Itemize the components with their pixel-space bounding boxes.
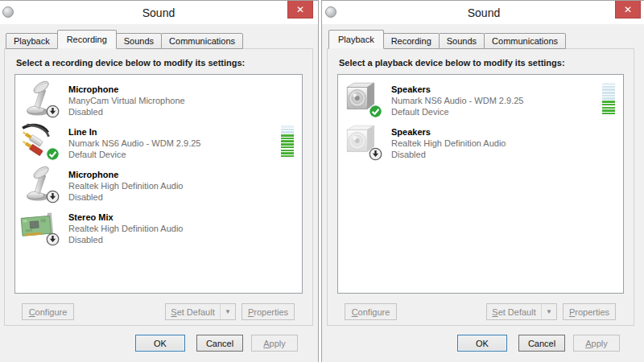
window-title: Sound — [0, 6, 318, 19]
device-list[interactable]: Microphone ManyCam Virtual Microphone Di… — [14, 74, 303, 294]
device-row-stereo-mix[interactable]: Stereo Mix Realtek High Definition Audio… — [20, 208, 302, 245]
device-description: Numark NS6 Audio - WDM 2.9.25 — [391, 95, 523, 106]
device-row-speakers-numark[interactable]: Speakers Numark NS6 Audio - WDM 2.9.25 D… — [343, 80, 623, 117]
disabled-badge-icon — [369, 147, 382, 161]
set-default-button[interactable]: Set Default — [165, 303, 220, 320]
speaker-icon — [343, 122, 380, 159]
default-device-check-icon — [46, 147, 60, 161]
tab-sounds[interactable]: Sounds — [116, 33, 162, 49]
titlebar[interactable]: Sound ✕ — [322, 1, 644, 24]
disabled-badge-icon — [46, 232, 60, 246]
device-description: Realtek High Definition Audio — [68, 223, 183, 234]
device-status: Disabled — [68, 234, 183, 245]
soundcard-icon — [20, 208, 57, 245]
configure-button[interactable]: Configure — [345, 303, 397, 320]
device-description: Realtek High Definition Audio — [68, 180, 183, 191]
set-default-dropdown-icon[interactable]: ▼ — [541, 303, 557, 320]
microphone-icon — [20, 165, 57, 202]
device-name: Microphone — [68, 169, 183, 180]
dialog-button-row: OK Cancel Apply — [322, 335, 620, 352]
close-icon[interactable]: ✕ — [287, 1, 313, 19]
configure-button[interactable]: Configure — [22, 303, 74, 320]
ok-button[interactable]: OK — [135, 335, 185, 352]
tab-sounds[interactable]: Sounds — [439, 33, 485, 49]
tab-communications[interactable]: Communications — [484, 33, 566, 49]
device-status: Default Device — [391, 106, 523, 117]
level-meter — [602, 83, 615, 116]
set-default-button[interactable]: Set Default — [486, 303, 541, 320]
default-device-check-icon — [369, 105, 382, 118]
tab-playback[interactable]: Playback — [328, 30, 384, 49]
close-icon[interactable]: ✕ — [615, 1, 641, 19]
device-name: Stereo Mix — [68, 212, 183, 223]
cancel-button[interactable]: Cancel — [196, 335, 243, 352]
device-row-microphone-realtek[interactable]: Microphone Realtek High Definition Audio… — [20, 165, 302, 202]
level-meter — [281, 125, 294, 158]
speaker-icon — [343, 80, 380, 117]
tab-recording[interactable]: Recording — [57, 30, 117, 49]
tab-recording[interactable]: Recording — [383, 33, 440, 49]
recording-tab-page: Select a recording device below to modif… — [4, 48, 313, 326]
sound-app-icon — [325, 6, 336, 18]
device-button-row: Configure Set Default ▼ Properties — [337, 303, 624, 320]
microphone-icon — [20, 80, 57, 117]
apply-button[interactable]: Apply — [573, 335, 620, 352]
set-default-split-button: Set Default ▼ — [486, 303, 557, 320]
cancel-button[interactable]: Cancel — [518, 335, 565, 352]
disabled-badge-icon — [46, 190, 60, 204]
device-name: Microphone — [68, 84, 185, 95]
device-list[interactable]: Speakers Numark NS6 Audio - WDM 2.9.25 D… — [337, 74, 624, 294]
properties-button[interactable]: Properties — [563, 303, 616, 320]
device-name: Speakers — [391, 126, 506, 138]
ok-button[interactable]: OK — [457, 335, 507, 352]
device-name: Speakers — [391, 84, 523, 95]
device-row-speakers-realtek[interactable]: Speakers Realtek High Definition Audio D… — [343, 122, 623, 159]
device-status: Disabled — [68, 106, 185, 117]
tab-strip: Playback Recording Sounds Communications — [322, 24, 644, 49]
device-name: Line In — [68, 126, 200, 138]
device-button-row: Configure Set Default ▼ Properties — [14, 303, 303, 320]
device-row-line-in[interactable]: Line In Numark NS6 Audio - WDM 2.9.25 De… — [20, 122, 302, 159]
playback-tab-page: Select a playback device below to modify… — [327, 48, 634, 326]
disabled-badge-icon — [46, 105, 60, 118]
device-status: Default Device — [68, 149, 200, 160]
instruction-label: Select a recording device below to modif… — [16, 58, 303, 68]
sound-window-playback: Sound ✕ Playback Recording Sounds Commun… — [321, 0, 644, 362]
apply-button[interactable]: Apply — [251, 335, 298, 352]
device-description: Realtek High Definition Audio — [391, 138, 506, 149]
sound-app-icon — [2, 6, 14, 18]
device-status: Disabled — [68, 191, 183, 203]
titlebar[interactable]: Sound ✕ — [0, 1, 318, 24]
device-status: Disabled — [391, 149, 506, 160]
dialog-button-row: OK Cancel Apply — [0, 335, 298, 352]
line-in-icon — [20, 122, 57, 159]
set-default-dropdown-icon[interactable]: ▼ — [220, 303, 236, 320]
tab-communications[interactable]: Communications — [161, 33, 243, 49]
sound-window-recording: Sound ✕ Playback Recording Sounds Commun… — [0, 0, 319, 362]
properties-button[interactable]: Properties — [242, 303, 295, 320]
tab-playback[interactable]: Playback — [6, 33, 58, 49]
device-description: ManyCam Virtual Microphone — [68, 95, 185, 106]
set-default-split-button: Set Default ▼ — [165, 303, 236, 320]
device-row-microphone-manycam[interactable]: Microphone ManyCam Virtual Microphone Di… — [20, 80, 302, 117]
tab-strip: Playback Recording Sounds Communications — [0, 24, 318, 49]
window-title: Sound — [322, 6, 644, 19]
device-description: Numark NS6 Audio - WDM 2.9.25 — [68, 138, 200, 149]
instruction-label: Select a playback device below to modify… — [339, 58, 624, 68]
